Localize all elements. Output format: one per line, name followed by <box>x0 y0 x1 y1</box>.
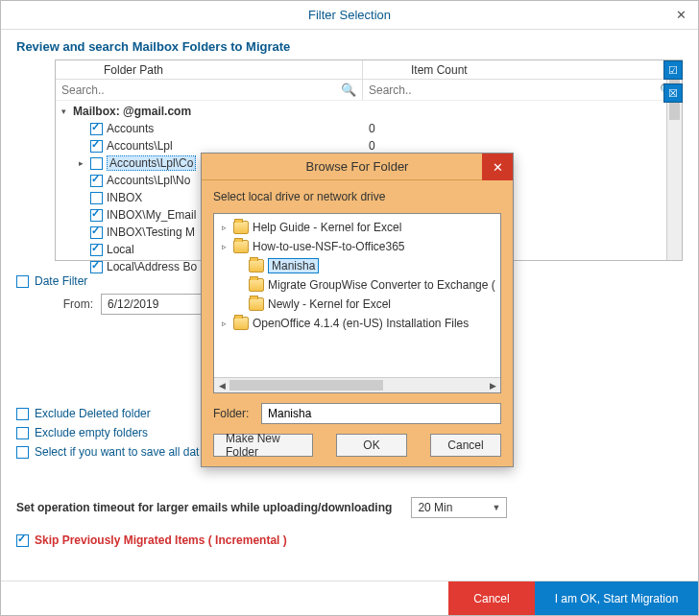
scroll-left-icon[interactable]: ◀ <box>214 381 229 391</box>
folder-icon <box>249 297 264 311</box>
from-label: From: <box>45 297 93 311</box>
search-item-count-input[interactable] <box>363 80 681 100</box>
column-folder-path[interactable]: Folder Path <box>56 60 363 79</box>
item-count: 0 <box>369 139 375 153</box>
cancel-button[interactable]: Cancel <box>448 581 535 615</box>
item-count: 0 <box>369 122 375 135</box>
folder-label: Accounts\Lpl\No <box>107 174 190 187</box>
folder-icon <box>233 240 249 253</box>
folder-checkbox[interactable] <box>90 140 103 153</box>
dialog-folder-tree: ▹Help Guide - Kernel for Excel▹How-to-us… <box>213 213 501 393</box>
folder-icon <box>233 221 249 234</box>
browse-folder-label: How-to-use-NSF-to-Office365 <box>253 240 405 253</box>
browse-folder-row[interactable]: Migrate GroupWise Converter to Exchange … <box>218 275 496 295</box>
folder-name-input[interactable] <box>261 403 501 424</box>
modal-cancel-button[interactable]: Cancel <box>430 434 501 457</box>
browse-folder-row[interactable]: Manisha <box>218 256 496 275</box>
browse-folder-row[interactable]: ▹How-to-use-NSF-to-Office365 <box>218 237 496 256</box>
ok-button[interactable]: OK <box>336 434 407 457</box>
browse-folder-label: Help Guide - Kernel for Excel <box>253 221 401 234</box>
make-new-folder-button[interactable]: Make New Folder <box>213 434 313 457</box>
folder-checkbox[interactable] <box>90 175 103 187</box>
browse-folder-row[interactable]: ▹Help Guide - Kernel for Excel <box>218 218 496 237</box>
skip-incremental-checkbox[interactable]: Skip Previously Migrated Items ( Increme… <box>16 533 683 547</box>
search-folder-path-input[interactable] <box>56 80 362 100</box>
browse-folder-row[interactable]: Newly - Kernel for Excel <box>218 295 496 314</box>
folder-label: Accounts <box>107 122 154 135</box>
folder-icon <box>249 278 264 292</box>
folder-checkbox[interactable] <box>90 123 103 135</box>
start-migration-button[interactable]: I am OK, Start Migration <box>535 581 698 615</box>
browse-folder-dialog: Browse For Folder ✕ Select local drive o… <box>201 153 514 467</box>
expand-caret-icon[interactable]: ▹ <box>222 319 233 328</box>
dialog-close-button[interactable]: ✕ <box>482 154 513 180</box>
folder-label: INBOX\Testing M <box>107 225 195 239</box>
check-all-button[interactable]: ☑ <box>663 60 683 80</box>
column-item-count[interactable]: Item Count <box>363 60 682 79</box>
folder-checkbox[interactable] <box>90 261 103 273</box>
expand-caret-icon[interactable]: ▹ <box>222 223 233 232</box>
folder-tree-row[interactable]: ▾Mailbox: @gmail.com <box>56 103 682 120</box>
window-close-button[interactable]: ✕ <box>671 5 690 24</box>
titlebar: Filter Selection ✕ <box>1 1 698 30</box>
browse-folder-label: Migrate GroupWise Converter to Exchange … <box>268 278 495 292</box>
folder-label: Mailbox: @gmail.com <box>73 105 191 118</box>
folder-label: Local\Address Bo <box>107 260 197 273</box>
timeout-select[interactable]: 20 Min ▼ <box>411 497 507 518</box>
timeout-label: Set operation timeout for larger emails … <box>16 501 392 514</box>
folder-checkbox[interactable] <box>90 226 103 239</box>
folder-checkbox[interactable] <box>90 209 103 222</box>
section-header: Review and search Mailbox Folders to Mig… <box>1 30 698 59</box>
window-title: Filter Selection <box>308 8 391 22</box>
search-icon[interactable]: 🔍 <box>341 83 356 97</box>
horizontal-scrollbar[interactable]: ◀ ▶ <box>214 377 500 392</box>
folder-icon <box>233 317 249 330</box>
expand-caret-icon[interactable]: ▾ <box>61 107 73 116</box>
dialog-titlebar: Browse For Folder ✕ <box>202 154 513 180</box>
browse-folder-label: Manisha <box>268 258 319 273</box>
browse-folder-row[interactable]: ▹OpenOffice 4.1.4 (en-US) Installation F… <box>218 314 496 333</box>
browse-folder-label: Newly - Kernel for Excel <box>268 297 391 311</box>
folder-label: Folder: <box>213 407 261 420</box>
folder-label: Accounts\Lpl\Co <box>107 155 196 171</box>
browse-folder-label: OpenOffice 4.1.4 (en-US) Installation Fi… <box>253 317 469 330</box>
folder-checkbox[interactable] <box>90 244 103 256</box>
scroll-right-icon[interactable]: ▶ <box>485 381 500 391</box>
folder-tree-row[interactable]: Accounts0 <box>56 120 682 137</box>
folder-label: Accounts\Lpl <box>107 139 173 153</box>
dialog-instruction: Select local drive or network drive <box>213 190 501 203</box>
folder-checkbox[interactable] <box>90 192 103 204</box>
folder-checkbox[interactable] <box>90 157 103 170</box>
expand-caret-icon[interactable]: ▸ <box>79 158 90 168</box>
uncheck-all-button[interactable]: ☒ <box>663 83 683 103</box>
chevron-down-icon: ▼ <box>492 503 500 512</box>
folder-icon <box>249 259 264 272</box>
folder-label: INBOX <box>107 191 142 204</box>
expand-caret-icon[interactable]: ▹ <box>222 242 233 251</box>
folder-label: INBOX\My_Email <box>107 208 196 222</box>
folder-label: Local <box>107 243 134 256</box>
